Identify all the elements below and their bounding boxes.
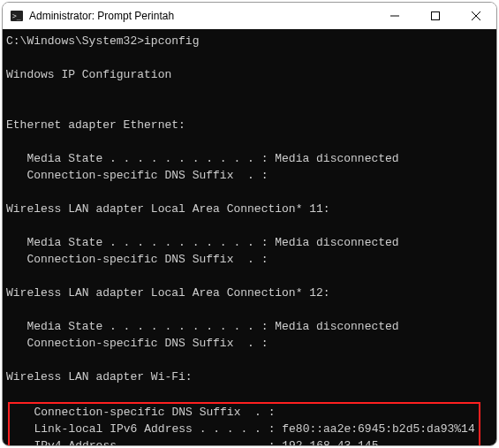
svg-text:>_: >_ (12, 12, 21, 20)
svg-rect-3 (432, 12, 440, 20)
adapter-wlan11-media: Media State . . . . . . . . . . . : Medi… (6, 236, 399, 249)
terminal-output[interactable]: C:\Windows\System32>ipconfig Windows IP … (3, 29, 496, 445)
cmd-window: >_ Administrator: Prompt Perintah C:\Win… (2, 2, 497, 446)
maximize-button[interactable] (415, 3, 456, 29)
titlebar[interactable]: >_ Administrator: Prompt Perintah (3, 3, 496, 29)
adapter-wlan12-title: Wireless LAN adapter Local Area Connecti… (6, 286, 330, 300)
cmd-icon: >_ (10, 9, 24, 23)
adapter-wlan11-title: Wireless LAN adapter Local Area Connecti… (6, 202, 330, 216)
adapter-wlan11-dns: Connection-specific DNS Suffix . : (6, 253, 268, 266)
adapter-ethernet-title: Ethernet adapter Ethernet: (6, 118, 185, 132)
ipconfig-heading: Windows IP Configuration (6, 68, 171, 81)
adapter-ethernet-media: Media State . . . . . . . . . . . : Medi… (6, 152, 399, 165)
prompt-line: C:\Windows\System32>ipconfig (6, 34, 199, 48)
wifi-dns: Connection-specific DNS Suffix . : (13, 406, 275, 419)
adapter-wlan12-dns: Connection-specific DNS Suffix . : (6, 337, 268, 350)
wifi-highlight-box: Connection-specific DNS Suffix . : Link-… (8, 402, 480, 445)
window-title: Administrator: Prompt Perintah (29, 10, 374, 22)
adapter-wlan12-media: Media State . . . . . . . . . . . : Medi… (6, 320, 399, 333)
window-controls (374, 3, 496, 29)
close-button[interactable] (456, 3, 496, 29)
adapter-wifi-title: Wireless LAN adapter Wi-Fi: (6, 370, 193, 383)
adapter-ethernet-dns: Connection-specific DNS Suffix . : (6, 169, 268, 182)
wifi-ipv4: IPv4 Address. . . . . . . . . . . : 192.… (13, 439, 378, 445)
minimize-button[interactable] (374, 3, 415, 29)
wifi-ipv6: Link-local IPv6 Address . . . . . : fe80… (13, 422, 475, 436)
